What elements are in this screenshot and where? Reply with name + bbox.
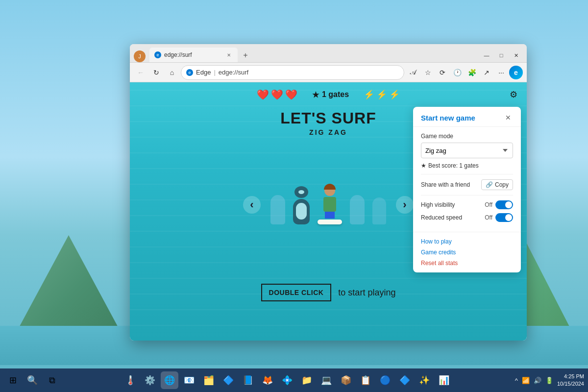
character-ghost-left [270, 195, 285, 224]
heart-3: ❤️ [285, 89, 297, 100]
taskbar-mail[interactable]: 📧 [180, 371, 198, 389]
tray-battery[interactable]: 🔋 [544, 376, 554, 385]
characters-row [270, 185, 386, 224]
share-row: Share with a friend 🔗 Copy [421, 179, 513, 190]
reduced-speed-toggle[interactable] [495, 213, 513, 222]
surfboard [318, 220, 342, 224]
tray-volume[interactable]: 🔊 [533, 376, 542, 385]
taskbar-left: ⊞ 🔍 ⧉ [4, 371, 61, 389]
star-icon: ★ [312, 90, 319, 99]
refresh-button-2[interactable]: ⟳ [436, 66, 449, 79]
maximize-button[interactable]: □ [494, 50, 508, 60]
divider-1 [421, 174, 513, 174]
address-url: edge://surf [219, 69, 248, 76]
ghost-body-right [350, 195, 365, 224]
game-header: ❤️ ❤️ ❤️ ★ 1 gates ⚡ ⚡ ⚡ ⚙ [130, 82, 527, 107]
time-display: 4:25 PM [557, 373, 584, 380]
start-button[interactable]: ⊞ [4, 371, 22, 389]
game-area[interactable]: ❤️ ❤️ ❤️ ★ 1 gates ⚡ ⚡ ⚡ ⚙ LET'S SURF ZI… [130, 82, 527, 341]
address-bar[interactable]: e Edge | edge://surf [181, 65, 404, 80]
taskbar-app1[interactable]: 🔵 [376, 371, 394, 389]
settings-header: Start new game ✕ [413, 107, 521, 127]
lightning-1: ⚡ [364, 89, 374, 100]
taskbar-center: 🌡️ ⚙️ 🌐 📧 🗂️ 🔷 📘 🦊 💠 📁 💻 📦 📋 🔵 🔷 ✨ 📊 [61, 371, 514, 389]
high-visibility-toggle[interactable] [495, 200, 513, 209]
taskbar-file-explorer[interactable]: 🗂️ [200, 371, 218, 389]
lightning-3: ⚡ [389, 89, 400, 100]
settings-panel: Start new game ✕ Game mode Zig zag Class… [413, 107, 521, 272]
share-label: Share with a friend [421, 181, 470, 188]
heart-1: ❤️ [257, 89, 269, 100]
tray-network[interactable]: 📶 [521, 376, 531, 385]
character-ghost-far-right [372, 197, 386, 224]
reset-stats-link[interactable]: Reset all stats [421, 258, 513, 269]
star-score-icon: ★ [421, 162, 426, 169]
settings-close-button[interactable]: ✕ [503, 113, 513, 122]
clock[interactable]: 4:25 PM 10/15/2024 [557, 373, 584, 388]
settings-gear-button[interactable]: ⚙ [506, 87, 521, 102]
taskbar-chrome[interactable]: 📘 [239, 371, 257, 389]
taskbar: ⊞ 🔍 ⧉ 🌡️ ⚙️ 🌐 📧 🗂️ 🔷 📘 🦊 💠 📁 💻 📦 📋 🔵 🔷 ✨… [0, 368, 588, 392]
instruction-area: DOUBLE CLICK to start playing [130, 284, 527, 301]
double-click-label: DOUBLE CLICK [261, 284, 332, 301]
heart-2: ❤️ [271, 89, 283, 100]
taskbar-folder[interactable]: 📁 [298, 371, 316, 389]
taskbar-edge[interactable]: 🌐 [161, 371, 178, 389]
nav-right-buttons: 𝒜 ☆ ⟳ 🕐 🧩 ↗ ··· e [406, 66, 523, 79]
more-button[interactable]: ··· [494, 66, 508, 79]
extensions-button[interactable]: 🧩 [465, 66, 479, 79]
copy-button[interactable]: 🔗 Copy [481, 179, 513, 190]
hearts-display: ❤️ ❤️ ❤️ [257, 89, 297, 100]
task-view-button[interactable]: ⧉ [43, 371, 61, 389]
taskbar-right: ^ 📶 🔊 🔋 4:25 PM 10/15/2024 [514, 373, 584, 388]
minimize-button[interactable]: — [480, 50, 493, 60]
taskbar-clipboard[interactable]: 📋 [357, 371, 374, 389]
taskbar-store[interactable]: 📦 [337, 371, 355, 389]
taskbar-weather[interactable]: 🌡️ [122, 371, 139, 389]
settings-links: How to play Game credits Reset all stats [413, 232, 521, 272]
search-button[interactable]: 🔍 [24, 371, 41, 389]
home-button[interactable]: ⌂ [165, 66, 179, 79]
copilot-button[interactable]: e [509, 66, 523, 79]
share-button[interactable]: ↗ [480, 66, 493, 79]
taskbar-copilot[interactable]: 💠 [278, 371, 296, 389]
prev-character-button[interactable]: ‹ [243, 196, 261, 214]
taskbar-teams[interactable]: 🔷 [220, 371, 237, 389]
new-tab-button[interactable]: + [239, 49, 252, 62]
game-mode-select[interactable]: Zig zag Classic Time trial [421, 143, 513, 158]
navigation-bar: ← ↻ ⌂ e Edge | edge://surf 𝒜 ☆ ⟳ 🕐 🧩 ↗ ·… [130, 63, 527, 82]
refresh-button[interactable]: ↻ [149, 66, 163, 79]
game-credits-link[interactable]: Game credits [421, 247, 513, 258]
profile-button[interactable]: J [134, 50, 146, 62]
ghost-body-left [270, 195, 285, 224]
close-button[interactable]: ✕ [509, 50, 523, 60]
taskbar-sparkle[interactable]: ✨ [416, 371, 433, 389]
gates-count: 1 gates [322, 90, 349, 99]
start-new-game-button[interactable]: Start new game [421, 114, 475, 122]
gates-info: ★ 1 gates [312, 90, 349, 99]
instruction-text: to start playing [338, 288, 395, 298]
favorites-button[interactable]: ☆ [421, 66, 435, 79]
history-button[interactable]: 🕐 [450, 66, 464, 79]
high-visibility-status: Off [485, 201, 492, 208]
read-aloud-button[interactable]: 𝒜 [406, 66, 420, 79]
taskbar-app2[interactable]: 🔷 [396, 371, 414, 389]
system-tray: ^ 📶 🔊 🔋 [514, 376, 554, 385]
taskbar-settings[interactable]: ⚙️ [141, 371, 159, 389]
taskbar-terminal[interactable]: 💻 [318, 371, 335, 389]
penguin-belly [296, 203, 307, 220]
back-button[interactable]: ← [134, 66, 147, 79]
surfer-shirt [323, 197, 336, 212]
tray-chevron[interactable]: ^ [514, 376, 519, 385]
next-character-button[interactable]: › [396, 196, 414, 214]
tab-close-button[interactable]: ✕ [225, 51, 233, 59]
reduced-speed-row: Reduced speed Off [421, 213, 513, 222]
lightning-2: ⚡ [376, 89, 387, 100]
taskbar-app3[interactable]: 📊 [435, 371, 453, 389]
browser-window: J e edge://surf ✕ + — □ ✕ ← ↻ ⌂ e Edge |… [130, 44, 527, 341]
tab-favicon: e [154, 51, 161, 58]
taskbar-firefox[interactable]: 🦊 [259, 371, 276, 389]
how-to-play-link[interactable]: How to play [421, 236, 513, 247]
penguin-head [294, 186, 308, 198]
active-tab[interactable]: e edge://surf ✕ [149, 48, 238, 62]
